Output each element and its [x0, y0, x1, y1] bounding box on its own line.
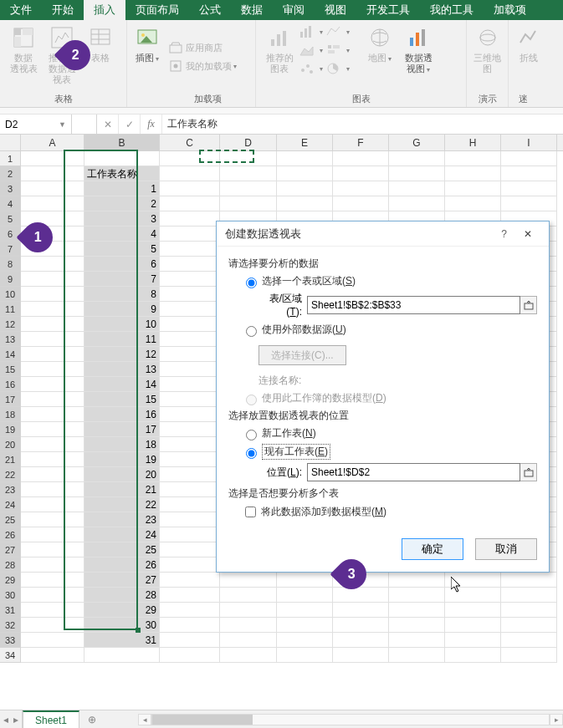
table-icon — [87, 24, 114, 51]
horizontal-scrollbar[interactable]: ◂▸ — [138, 710, 563, 728]
svg-rect-18 — [305, 28, 307, 38]
svg-point-32 — [480, 34, 495, 41]
pivot-icon — [10, 24, 37, 51]
svg-rect-28 — [410, 38, 413, 46]
fx-icon[interactable]: fx — [141, 115, 162, 134]
sheet-tab-bar: ◂▸ Sheet1 ⊕ ◂▸ — [0, 710, 563, 728]
svg-point-13 — [174, 64, 178, 69]
svg-rect-3 — [23, 28, 33, 35]
enter-formula-icon[interactable]: ✓ — [119, 115, 141, 134]
svg-rect-2 — [14, 37, 21, 47]
svg-point-10 — [141, 33, 145, 37]
formula-bar: D2▼ ✕ ✓ fx 工作表名称 — [0, 115, 563, 135]
tab-mytools[interactable]: 我的工具 — [420, 0, 484, 20]
svg-rect-19 — [309, 26, 311, 38]
row-headers[interactable]: 1234567891011121314151617181920212223242… — [0, 151, 21, 663]
sparkline-icon — [515, 24, 542, 51]
table-range-label: 表/区域(T): — [255, 292, 302, 318]
tab-addins[interactable]: 加载项 — [484, 0, 536, 20]
svg-rect-21 — [333, 45, 340, 48]
svg-rect-22 — [328, 50, 335, 53]
svg-rect-16 — [283, 31, 286, 46]
cancel-formula-icon[interactable]: ✕ — [97, 115, 119, 134]
table-range-input[interactable]: Sheet1!$B$2:$B$33 — [307, 296, 520, 314]
svg-point-24 — [306, 64, 310, 68]
ribbon-tabs: 文件 开始 插入 页面布局 公式 数据 审阅 视图 开发工具 我的工具 加载项 — [0, 0, 563, 20]
group-3d-label: 演示 — [472, 91, 503, 107]
3dmap-icon — [474, 24, 501, 51]
checkbox-add-to-model[interactable]: 将此数据添加到数据模型(M) — [242, 504, 537, 520]
section-multi: 选择是否想要分析多个表 — [228, 486, 537, 501]
store-icon — [169, 41, 182, 54]
name-box[interactable]: D2▼ — [0, 115, 72, 134]
create-pivot-dialog: 创建数据透视表 ? ✕ 请选择要分析的数据 选择一个表或区域(S) 表/区域(T… — [216, 221, 550, 573]
svg-point-25 — [310, 70, 313, 74]
store-button[interactable]: 应用商店 — [166, 38, 240, 57]
tab-formulas[interactable]: 公式 — [189, 0, 231, 20]
svg-rect-33 — [525, 303, 533, 309]
svg-rect-30 — [422, 29, 425, 46]
column-headers[interactable]: ABCDEFGHI — [21, 135, 563, 151]
help-button[interactable]: ? — [493, 228, 515, 240]
ok-button[interactable]: 确定 — [402, 538, 463, 560]
group-spark-label: 迷 — [514, 91, 532, 107]
tab-file[interactable]: 文件 — [0, 0, 42, 20]
group-tables-label: 表格 — [5, 91, 121, 107]
maps-button[interactable]: 地图▾ — [361, 23, 398, 91]
illustrations-icon — [134, 24, 161, 51]
tab-home[interactable]: 开始 — [42, 0, 84, 20]
select-all-corner[interactable] — [0, 135, 21, 151]
location-input[interactable]: Sheet1!$D$2 — [307, 463, 520, 481]
svg-rect-14 — [271, 39, 274, 46]
radio-external[interactable]: 使用外部数据源(U) — [242, 323, 537, 337]
svg-rect-34 — [525, 471, 533, 476]
radio-datamodel: 使用此工作簿的数据模型(D) — [242, 391, 537, 405]
sheet-tab[interactable]: Sheet1 — [23, 710, 79, 728]
pivotchart-button[interactable]: 数据透视图▾ — [400, 23, 437, 91]
section-choose-data: 请选择要分析的数据 — [228, 257, 537, 271]
selection-handle[interactable] — [136, 628, 141, 633]
rec-chart-icon — [266, 24, 293, 51]
group-addins-label: 加载项 — [166, 91, 250, 107]
svg-point-31 — [480, 30, 495, 45]
myaddins-button[interactable]: 我的加载项▾ — [166, 57, 240, 75]
3dmap-button[interactable]: 三维地 图 — [472, 23, 503, 91]
close-button[interactable]: ✕ — [515, 228, 540, 240]
svg-rect-29 — [416, 33, 419, 46]
addins-icon — [169, 59, 182, 73]
radio-existing-sheet[interactable]: 现有工作表(E) — [242, 444, 537, 460]
svg-rect-15 — [277, 34, 280, 46]
formula-input[interactable]: 工作表名称 — [162, 115, 563, 134]
pivotchart-icon — [405, 24, 432, 51]
section-placement: 选择放置数据透视表的位置 — [228, 409, 537, 423]
connection-name-label: 连接名称: — [258, 374, 537, 388]
group-charts-label: 图表 — [261, 91, 461, 107]
tab-nav-buttons[interactable]: ◂▸ — [0, 710, 23, 728]
svg-rect-11 — [170, 45, 182, 53]
sparkline-button[interactable]: 折线 — [514, 23, 544, 91]
choose-connection-button[interactable]: 选择连接(C)... — [258, 345, 346, 365]
svg-rect-1 — [14, 28, 21, 35]
illustrations-button[interactable]: 插图▾ — [132, 23, 162, 104]
tab-layout[interactable]: 页面布局 — [125, 0, 189, 20]
location-label: 位置(L): — [255, 466, 302, 480]
maps-icon — [366, 24, 393, 51]
dialog-title: 创建数据透视表 — [225, 227, 493, 242]
location-picker-icon[interactable] — [520, 463, 537, 481]
rec-chart-button[interactable]: 推荐的 图表 — [261, 23, 298, 91]
tab-data[interactable]: 数据 — [231, 0, 273, 20]
svg-rect-20 — [328, 45, 331, 48]
radio-new-sheet[interactable]: 新工作表(N) — [242, 426, 537, 440]
cancel-button[interactable]: 取消 — [475, 538, 537, 560]
add-sheet-button[interactable]: ⊕ — [79, 710, 105, 728]
tab-review[interactable]: 审阅 — [273, 0, 315, 20]
tab-insert[interactable]: 插入 — [84, 0, 125, 20]
svg-rect-17 — [300, 32, 303, 38]
tab-view[interactable]: 视图 — [315, 0, 356, 20]
svg-point-23 — [301, 69, 305, 72]
range-picker-icon[interactable] — [520, 296, 537, 314]
pivot-table-button[interactable]: 数据 透视表 — [5, 23, 42, 91]
tab-developer[interactable]: 开发工具 — [356, 0, 420, 20]
radio-table-range[interactable]: 选择一个表或区域(S) — [242, 274, 537, 288]
svg-rect-5 — [91, 29, 110, 44]
